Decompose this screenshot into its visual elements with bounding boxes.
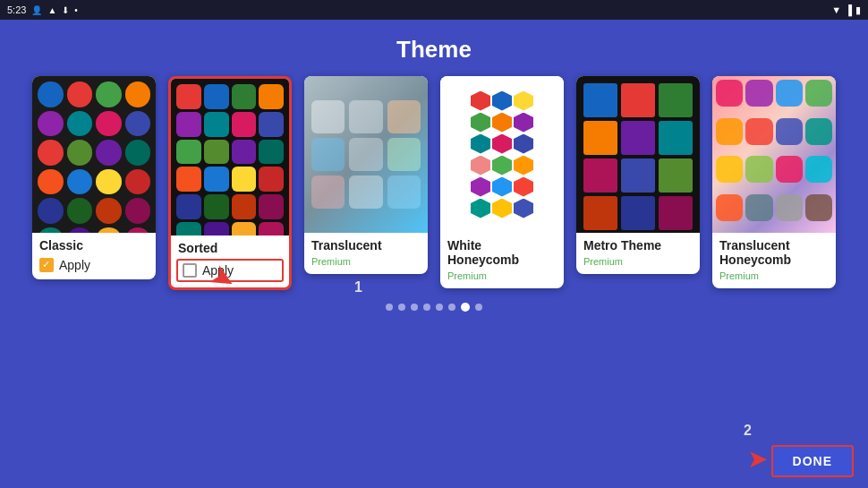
classic-apply-row[interactable]: Apply	[32, 254, 156, 279]
theme-card-translucent[interactable]: Translucent Premium	[304, 76, 428, 274]
status-icon-3: ⬇	[62, 5, 69, 15]
translucent-premium: Premium	[304, 254, 428, 274]
white-honeycomb-label: White Honeycomb	[440, 233, 564, 269]
signal-icon: ▐	[845, 4, 852, 15]
dot-4[interactable]	[423, 304, 430, 311]
pagination-dots	[386, 303, 482, 312]
classic-preview	[32, 76, 156, 233]
status-icon-2: ▲	[47, 5, 56, 15]
dot-8[interactable]	[475, 304, 482, 311]
theme-card-metro[interactable]: Metro Theme Premium	[576, 76, 700, 274]
sorted-label: Sorted	[171, 235, 289, 257]
done-button[interactable]: DONE	[771, 445, 854, 477]
annotation-2: 2	[744, 423, 752, 439]
status-bar: 5:23 👤 ▲ ⬇ • ▼ ▐ ▮	[0, 0, 868, 20]
annotation-1: 1	[354, 279, 362, 295]
sorted-preview	[171, 79, 289, 235]
wifi-icon: ▼	[831, 4, 841, 15]
status-left: 5:23 👤 ▲ ⬇ •	[7, 4, 78, 15]
theme-card-sorted[interactable]: Sorted Apply	[168, 76, 292, 290]
white-honeycomb-preview	[440, 76, 564, 233]
translucent-honeycomb-preview	[712, 76, 836, 233]
dot-7[interactable]	[461, 303, 470, 312]
dot-1[interactable]	[386, 304, 393, 311]
classic-label: Classic	[32, 233, 156, 254]
metro-preview	[576, 76, 700, 233]
dot-5[interactable]	[436, 304, 443, 311]
status-icon-1: 👤	[31, 5, 42, 15]
white-honeycomb-premium: Premium	[440, 269, 564, 288]
theme-card-classic[interactable]: Classic Apply	[32, 76, 156, 279]
classic-checkbox[interactable]	[39, 258, 54, 272]
main-content: Theme	[0, 20, 868, 488]
theme-cards-container: Classic Apply	[21, 76, 847, 290]
translucent-label: Translucent	[304, 233, 428, 254]
theme-card-white-honeycomb[interactable]: White Honeycomb Premium	[440, 76, 564, 288]
dot-6[interactable]	[448, 304, 455, 311]
sorted-checkbox[interactable]	[183, 263, 197, 278]
battery-icon: ▮	[855, 4, 861, 16]
translucent-honeycomb-label: Translucent Honeycomb	[712, 233, 836, 269]
metro-premium: Premium	[576, 254, 700, 274]
theme-card-translucent-honeycomb[interactable]: Translucent Honeycomb Premium	[712, 76, 836, 288]
status-time: 5:23	[7, 4, 26, 15]
dot-3[interactable]	[411, 304, 418, 311]
status-icon-4: •	[74, 5, 78, 15]
classic-apply-text: Apply	[59, 258, 90, 272]
metro-label: Metro Theme	[576, 233, 700, 254]
dot-2[interactable]	[398, 304, 405, 311]
translucent-preview	[304, 76, 428, 233]
page-title: Theme	[396, 36, 472, 64]
status-right: ▼ ▐ ▮	[831, 4, 861, 16]
translucent-honeycomb-premium: Premium	[712, 269, 836, 288]
annotation-arrow-2: ➤	[747, 444, 768, 474]
